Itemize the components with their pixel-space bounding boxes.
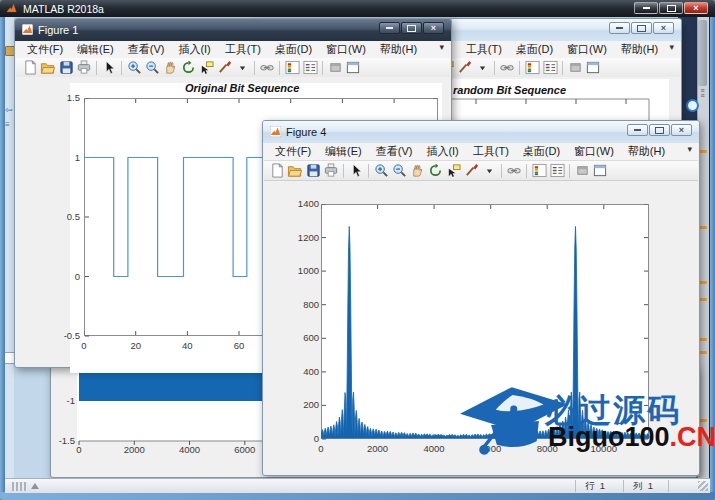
minimize-button[interactable] [627,124,648,136]
resize-grip[interactable] [698,481,708,491]
save-icon[interactable] [304,163,322,179]
datatip-icon[interactable] [444,163,462,179]
hand-icon[interactable] [161,60,179,76]
brush-icon[interactable] [215,60,233,76]
open-icon[interactable] [39,60,57,76]
restore-button[interactable] [649,124,670,136]
minifig-icon[interactable] [566,60,584,76]
dock-icon[interactable] [591,163,609,179]
dock-icon[interactable] [584,60,602,76]
brush-icon[interactable] [455,60,473,76]
menu-item[interactable]: 桌面(D) [268,41,319,58]
zoom-out-icon[interactable] [143,60,161,76]
menu-item[interactable]: 帮助(H) [614,41,665,58]
open-icon[interactable] [286,163,304,179]
arrow-icon[interactable] [347,163,365,179]
menu-item[interactable]: 窗口(W) [567,143,621,160]
code-analyzer-mark[interactable] [699,419,707,422]
code-analyzer-mark[interactable] [699,338,707,341]
datatip-icon[interactable] [197,60,215,76]
menu-item[interactable]: 文件(F) [268,143,318,160]
menu-item[interactable]: 文件(F) [20,41,70,58]
menu-item[interactable]: 插入(I) [419,143,465,160]
caret-icon[interactable] [480,163,498,179]
close-button[interactable]: × [423,22,444,34]
minifig-icon[interactable] [573,163,591,179]
indicator-circle-icon[interactable] [686,99,699,112]
hand-icon[interactable] [408,163,426,179]
code-analyzer-mark[interactable] [699,226,707,229]
code-analyzer-mark[interactable] [699,150,707,153]
menu-item[interactable]: 窗口(W) [560,41,614,58]
colorbar-icon[interactable] [523,60,541,76]
code-analyzer-mark[interactable] [699,281,707,284]
menu-item[interactable]: 帮助(H) [373,41,424,58]
statusbar-expand-icon[interactable] [31,483,39,489]
save-icon[interactable] [57,60,75,76]
zoom-out-icon[interactable] [390,163,408,179]
zoom-in-icon[interactable] [372,163,390,179]
menu-overflow-icon[interactable]: ▾ [669,42,674,52]
link-icon[interactable] [505,163,523,179]
legend-icon[interactable] [541,60,559,76]
figure1-titlebar[interactable]: Figure 1 × [15,19,451,41]
menu-item[interactable]: 桌面(D) [516,143,567,160]
code-analyzer-mark[interactable] [699,298,707,301]
menu-item[interactable]: 工具(T) [466,143,516,160]
menu-item[interactable]: 窗口(W) [319,41,373,58]
new-icon[interactable] [268,163,286,179]
menu-overflow-icon[interactable]: ▾ [439,42,444,52]
figure4-titlebar[interactable]: Figure 4 × [263,121,699,143]
colorbar-icon[interactable] [283,60,301,76]
window-frame-right [710,17,715,500]
menu-item[interactable]: 桌面(D) [509,41,560,58]
minifig-icon[interactable] [326,60,344,76]
close-button[interactable]: × [671,124,692,136]
figure4-ytick-label: 200 [287,399,319,410]
close-button[interactable]: × [684,2,708,14]
menu-item[interactable]: 帮助(H) [621,143,672,160]
matlab-figure-icon [270,126,281,139]
brush-icon[interactable] [462,163,480,179]
caret-icon[interactable] [233,60,251,76]
rotate-icon[interactable] [426,163,444,179]
menu-item[interactable]: 编辑(E) [70,41,121,58]
zoom-in-icon[interactable] [125,60,143,76]
maximize-button[interactable] [631,22,652,34]
toolbar-separator [526,164,527,178]
print-icon[interactable] [75,60,93,76]
statusbar-grip[interactable] [12,482,28,491]
close-button[interactable]: × [653,22,674,34]
code-analyzer-mark[interactable] [699,351,707,354]
back-arrow-icon[interactable]: ⇦ [5,106,14,115]
caret-icon[interactable] [473,60,491,76]
minimize-button[interactable] [634,2,658,14]
menu-item[interactable]: 插入(I) [171,41,217,58]
colorbar-icon[interactable] [530,163,548,179]
dock-icon[interactable] [344,60,362,76]
figure4-ytick-label: 1400 [287,198,319,209]
maximize-button[interactable] [401,22,422,34]
new-icon[interactable] [21,60,39,76]
matlab-titlebar[interactable]: MATLAB R2018a × [0,0,715,17]
minimize-button[interactable] [609,22,630,34]
rotate-icon[interactable] [179,60,197,76]
figure1-xtick-label: 20 [121,340,151,351]
menu-item[interactable]: 工具(T) [459,41,509,58]
link-icon[interactable] [498,60,516,76]
maximize-button[interactable] [659,2,683,14]
legend-icon[interactable] [301,60,319,76]
print-icon[interactable] [322,163,340,179]
menu-overflow-icon[interactable]: ▾ [687,144,692,154]
arrow-icon[interactable] [100,60,118,76]
minimize-button[interactable] [379,22,400,34]
menu-item[interactable]: 工具(T) [218,41,268,58]
link-icon[interactable] [258,60,276,76]
menu-item[interactable]: 编辑(E) [318,143,369,160]
menu-item[interactable]: 查看(V) [121,41,172,58]
menu-item[interactable]: 查看(V) [369,143,420,160]
figure4-window[interactable]: Figure 4 × 文件(F)编辑(E)查看(V)插入(I)工具(T)桌面(D… [262,120,700,476]
scrollbar-thumb[interactable] [698,20,707,86]
legend-icon[interactable] [548,163,566,179]
list-icon[interactable]: ≡ [5,120,14,129]
